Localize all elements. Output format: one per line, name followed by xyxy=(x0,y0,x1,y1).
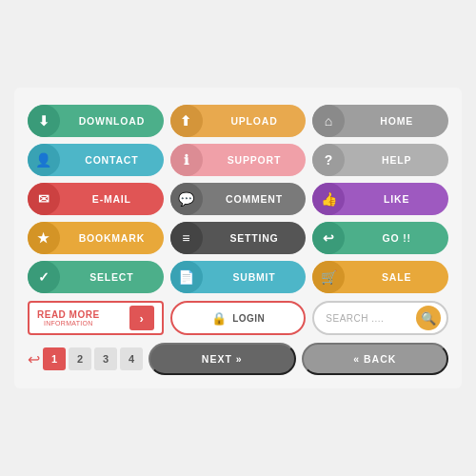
submit-icon: 📄 xyxy=(170,261,203,293)
email-button[interactable]: ✉ E-MAIL xyxy=(28,183,164,215)
submit-button[interactable]: 📄 SUBMIT xyxy=(170,261,307,293)
pagination-controls: ↩ 1 2 3 4 xyxy=(28,347,143,370)
bookmark-label: BOOKMARK xyxy=(60,232,164,244)
page-number-2[interactable]: 2 xyxy=(69,347,91,370)
button-showcase: ⬇ DOWNLOAD ⬆ UPLOAD ⌂ HOME 👤 CONTACT ℹ S… xyxy=(14,88,462,388)
download-icon: ⬇ xyxy=(28,105,60,137)
contact-label: CONTACT xyxy=(60,154,164,166)
comment-icon: 💬 xyxy=(170,183,203,215)
select-label: SELECT xyxy=(60,271,164,283)
select-button[interactable]: ✓ SELECT xyxy=(28,261,164,293)
bottom-row-pagination: ↩ 1 2 3 4 NEXT » « BACK xyxy=(28,343,448,375)
bookmark-icon: ★ xyxy=(28,222,60,254)
download-button[interactable]: ⬇ DOWNLOAD xyxy=(28,105,164,137)
next-chevron-icon: » xyxy=(236,353,243,365)
setting-button[interactable]: ≡ SETTING xyxy=(170,222,307,254)
pagination-back-icon[interactable]: ↩ xyxy=(28,350,40,368)
back-label: BACK xyxy=(364,353,396,365)
like-label: LIKE xyxy=(345,193,448,205)
sale-button[interactable]: 🛒 SALE xyxy=(312,261,448,293)
read-more-button[interactable]: READ MORE INFORMATION › xyxy=(28,301,164,335)
support-label: SUPPORT xyxy=(203,154,307,166)
home-icon: ⌂ xyxy=(312,105,345,137)
submit-label: SUBMIT xyxy=(203,271,307,283)
upload-label: UPLOAD xyxy=(203,115,307,127)
button-grid-main: ⬇ DOWNLOAD ⬆ UPLOAD ⌂ HOME 👤 CONTACT ℹ S… xyxy=(28,105,448,293)
like-icon: 👍 xyxy=(312,183,345,215)
read-more-text: READ MORE INFORMATION xyxy=(37,310,100,327)
search-icon: 🔍 xyxy=(416,306,441,330)
sale-label: SALE xyxy=(345,271,448,283)
read-more-arrow-icon: › xyxy=(129,306,154,330)
contact-button[interactable]: 👤 CONTACT xyxy=(28,144,164,176)
search-placeholder-text: SEARCH .... xyxy=(326,313,384,324)
go-icon: ↩ xyxy=(312,222,345,254)
page-number-4[interactable]: 4 xyxy=(120,347,143,370)
back-chevron-icon: « xyxy=(353,353,360,365)
select-icon: ✓ xyxy=(28,261,60,293)
comment-label: COMMENT xyxy=(203,193,307,205)
support-icon: ℹ xyxy=(170,144,203,176)
contact-icon: 👤 xyxy=(28,144,60,176)
next-button[interactable]: NEXT » xyxy=(149,343,296,375)
support-button[interactable]: ℹ SUPPORT xyxy=(170,144,307,176)
login-label: LOGIN xyxy=(232,313,265,324)
back-button[interactable]: « BACK xyxy=(302,343,449,375)
upload-button[interactable]: ⬆ UPLOAD xyxy=(170,105,307,137)
bookmark-button[interactable]: ★ BOOKMARK xyxy=(28,222,164,254)
home-button[interactable]: ⌂ HOME xyxy=(312,105,448,137)
upload-icon: ⬆ xyxy=(170,105,203,137)
download-label: DOWNLOAD xyxy=(60,115,164,127)
lock-icon: 🔒 xyxy=(211,311,228,326)
go-label: GO !! xyxy=(345,232,448,244)
setting-label: SETTING xyxy=(203,232,307,244)
comment-button[interactable]: 💬 COMMENT xyxy=(170,183,307,215)
page-number-3[interactable]: 3 xyxy=(94,347,117,370)
help-label: HELP xyxy=(345,154,448,166)
read-more-main-label: READ MORE xyxy=(37,310,100,320)
page-number-1[interactable]: 1 xyxy=(43,347,66,370)
help-icon: ? xyxy=(312,144,345,176)
search-button[interactable]: SEARCH .... 🔍 xyxy=(312,301,448,335)
home-label: HOME xyxy=(345,115,448,127)
login-button[interactable]: 🔒 LOGIN xyxy=(170,301,307,335)
next-label: NEXT xyxy=(202,353,232,365)
email-icon: ✉ xyxy=(28,183,60,215)
go-button[interactable]: ↩ GO !! xyxy=(312,222,448,254)
read-more-sub-label: INFORMATION xyxy=(37,320,100,327)
bottom-row-actions: READ MORE INFORMATION › 🔒 LOGIN SEARCH .… xyxy=(28,301,448,335)
email-label: E-MAIL xyxy=(60,193,164,205)
setting-icon: ≡ xyxy=(170,222,203,254)
sale-icon: 🛒 xyxy=(312,261,345,293)
like-button[interactable]: 👍 LIKE xyxy=(312,183,448,215)
help-button[interactable]: ? HELP xyxy=(312,144,448,176)
